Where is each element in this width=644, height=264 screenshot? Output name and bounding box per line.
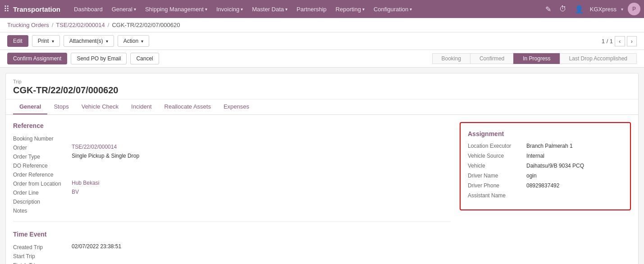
action-button[interactable]: Action ▾ bbox=[118, 35, 150, 47]
nav-items: Dashboard General ▾ Shipping Management … bbox=[69, 0, 544, 18]
tab-reallocate-assets[interactable]: Reallocate Assets bbox=[158, 100, 217, 114]
status-bar-buttons: Confirm Assignment Send PO by Email Canc… bbox=[7, 53, 159, 64]
section-divider bbox=[13, 221, 451, 222]
status-bar: Confirm Assignment Send PO by Email Canc… bbox=[0, 50, 644, 68]
step-in-progress: In Progress bbox=[513, 53, 559, 64]
created-trip-value: 02/07/2022 23:38:51 bbox=[72, 243, 121, 250]
left-panel: Reference Booking Number Order TSE/22/02… bbox=[13, 122, 451, 264]
chevron-down-icon: ▾ bbox=[285, 7, 288, 12]
breadcrumb-sep-1: / bbox=[52, 22, 54, 28]
field-start-trip: Start Trip bbox=[13, 252, 451, 259]
tab-general[interactable]: General bbox=[13, 100, 47, 114]
edit-icon[interactable]: ✎ bbox=[544, 3, 553, 15]
reference-section: Reference Booking Number Order TSE/22/02… bbox=[13, 122, 451, 214]
pagination: 1 / 1 ‹ › bbox=[602, 36, 637, 46]
action-dropdown-icon: ▾ bbox=[141, 39, 143, 44]
content-area: Reference Booking Number Order TSE/22/02… bbox=[6, 115, 638, 264]
brand-name: Transportation bbox=[13, 5, 60, 13]
nav-configuration[interactable]: Configuration ▾ bbox=[369, 0, 416, 18]
field-description: Description bbox=[13, 198, 451, 205]
user-icon[interactable]: 👤 bbox=[573, 3, 585, 15]
main-content: Trip CGK-TR/22/02/07/000620 General Stop… bbox=[5, 73, 639, 264]
tab-incident[interactable]: Incident bbox=[125, 100, 158, 114]
step-confirmed: Confirmed bbox=[470, 53, 513, 64]
vehicle-source-value: Internal bbox=[526, 153, 544, 159]
assignment-box: Assignment Location Executor Branch Palm… bbox=[460, 122, 631, 210]
record-header: Trip CGK-TR/22/02/07/000620 bbox=[6, 73, 638, 100]
right-icons: ✎ ⏱ 👤 KGXpress ▾ P bbox=[544, 3, 640, 15]
field-notes: Notes bbox=[13, 207, 451, 214]
nav-general[interactable]: General ▾ bbox=[107, 0, 141, 18]
field-order: Order TSE/22/02/000014 bbox=[13, 144, 451, 151]
vehicle-value: Daihatsu/9/B 9034 PCQ bbox=[526, 163, 584, 169]
edit-button[interactable]: Edit bbox=[7, 35, 28, 47]
chevron-down-icon: ▾ bbox=[362, 7, 365, 12]
confirm-assignment-button[interactable]: Confirm Assignment bbox=[7, 53, 67, 64]
breadcrumb-order[interactable]: TSE/22/02/000014 bbox=[56, 22, 105, 28]
tab-expenses[interactable]: Expenses bbox=[217, 100, 256, 114]
time-event-section: Time Event Created Trip 02/07/2022 23:38… bbox=[13, 231, 451, 264]
tab-stops[interactable]: Stops bbox=[47, 100, 75, 114]
chevron-down-icon: ▾ bbox=[410, 7, 412, 12]
send-po-button[interactable]: Send PO by Email bbox=[71, 53, 127, 64]
avatar[interactable]: P bbox=[628, 3, 640, 15]
order-link[interactable]: TSE/22/02/000014 bbox=[72, 144, 117, 150]
field-order-line: Order Line BV bbox=[13, 189, 451, 196]
user-name[interactable]: KGXpress bbox=[590, 6, 617, 13]
chevron-down-icon: ▾ bbox=[205, 7, 207, 12]
print-dropdown-icon: ▾ bbox=[52, 39, 54, 44]
trip-label: Trip bbox=[13, 79, 631, 84]
nav-invoicing[interactable]: Invoicing ▾ bbox=[212, 0, 247, 18]
top-navigation: ⠿ Transportation Dashboard General ▾ Shi… bbox=[0, 0, 644, 18]
cancel-button[interactable]: Cancel bbox=[130, 53, 159, 64]
assign-assistant-name: Assistant Name bbox=[468, 192, 623, 199]
step-booking: Booking bbox=[432, 53, 470, 64]
reference-title: Reference bbox=[13, 122, 451, 129]
field-do-reference: DO Reference bbox=[13, 162, 451, 169]
nav-shipping[interactable]: Shipping Management ▾ bbox=[141, 0, 212, 18]
breadcrumb-sep-2: / bbox=[108, 22, 110, 28]
prev-button[interactable]: ‹ bbox=[615, 36, 625, 46]
driver-name-value: ogin bbox=[526, 173, 537, 179]
step-last-drop: Last Drop Accomplished bbox=[560, 53, 637, 64]
tabs: General Stops Vehicle Check Incident Rea… bbox=[6, 100, 638, 115]
status-steps: Booking Confirmed In Progress Last Drop … bbox=[432, 53, 637, 64]
field-finish-trip: Finish Trip bbox=[13, 261, 451, 264]
breadcrumb-parent[interactable]: Trucking Orders bbox=[7, 22, 49, 28]
assign-vehicle: Vehicle Daihatsu/9/B 9034 PCQ bbox=[468, 163, 623, 169]
order-from-location-link[interactable]: Hub Bekasi bbox=[72, 180, 99, 186]
chevron-down-icon: ▾ bbox=[134, 7, 136, 12]
user-dropdown-icon[interactable]: ▾ bbox=[621, 7, 623, 12]
assignment-title: Assignment bbox=[468, 130, 623, 137]
assign-driver-phone: Driver Phone 08929837492 bbox=[468, 182, 623, 189]
pagination-count: 1 / 1 bbox=[602, 38, 613, 45]
field-order-reference: Order Reference bbox=[13, 171, 451, 178]
tab-vehicle-check[interactable]: Vehicle Check bbox=[75, 100, 125, 114]
attachments-button[interactable]: Attachment(s) ▾ bbox=[64, 35, 114, 47]
nav-masterdata[interactable]: Master Data ▾ bbox=[247, 0, 292, 18]
nav-dashboard[interactable]: Dashboard bbox=[69, 0, 107, 18]
attachments-dropdown-icon: ▾ bbox=[106, 39, 108, 44]
order-line-link[interactable]: BV bbox=[72, 189, 79, 195]
apps-icon[interactable]: ⠿ bbox=[4, 4, 9, 14]
location-executor-value: Branch Palmerah 1 bbox=[526, 143, 573, 149]
field-booking-number: Booking Number bbox=[13, 135, 451, 142]
action-bar: Edit Print ▾ Attachment(s) ▾ Action ▾ 1 … bbox=[0, 32, 644, 50]
nav-reporting[interactable]: Reporting ▾ bbox=[331, 0, 369, 18]
next-button[interactable]: › bbox=[627, 36, 637, 46]
right-panel: Assignment Location Executor Branch Palm… bbox=[460, 122, 631, 264]
trip-id: CGK-TR/22/02/07/000620 bbox=[13, 85, 631, 96]
print-button[interactable]: Print ▾ bbox=[32, 35, 60, 47]
order-type-value: Single Pickup & Single Drop bbox=[72, 153, 139, 159]
nav-partnership[interactable]: Partnership bbox=[292, 0, 331, 18]
field-created-trip: Created Trip 02/07/2022 23:38:51 bbox=[13, 243, 451, 250]
clock-icon[interactable]: ⏱ bbox=[557, 3, 568, 15]
field-order-type: Order Type Single Pickup & Single Drop bbox=[13, 153, 451, 160]
chevron-down-icon: ▾ bbox=[241, 7, 243, 12]
assign-driver-name: Driver Name ogin bbox=[468, 173, 623, 179]
assign-vehicle-source: Vehicle Source Internal bbox=[468, 153, 623, 159]
breadcrumb: Trucking Orders / TSE/22/02/000014 / CGK… bbox=[0, 18, 644, 32]
driver-phone-value: 08929837492 bbox=[526, 182, 559, 189]
action-bar-left: Edit Print ▾ Attachment(s) ▾ Action ▾ bbox=[7, 35, 149, 47]
assign-location-executor: Location Executor Branch Palmerah 1 bbox=[468, 143, 623, 149]
